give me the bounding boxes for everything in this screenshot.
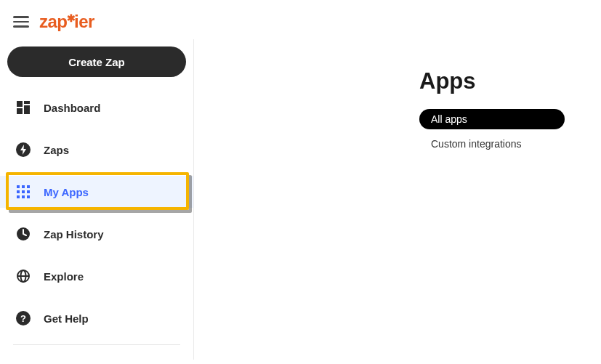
- sidebar-item-zaps[interactable]: Zaps: [0, 134, 193, 166]
- create-zap-button[interactable]: Create Zap: [7, 46, 186, 77]
- svg-rect-12: [22, 195, 25, 198]
- svg-rect-2: [24, 105, 30, 114]
- sidebar-item-label: Get Help: [44, 312, 89, 325]
- svg-rect-1: [24, 101, 30, 104]
- svg-rect-13: [27, 195, 30, 198]
- tutorial-highlight: [6, 172, 189, 210]
- sidebar-item-my-apps[interactable]: My Apps: [0, 176, 193, 208]
- svg-rect-7: [27, 185, 30, 188]
- svg-rect-10: [27, 190, 30, 193]
- globe-icon: [16, 269, 31, 283]
- svg-rect-6: [22, 185, 25, 188]
- apps-grid-icon: [16, 185, 31, 199]
- sidebar-item-label: My Apps: [44, 186, 89, 198]
- bolt-icon: [16, 142, 31, 157]
- help-icon: ?: [16, 311, 31, 325]
- svg-rect-8: [17, 190, 20, 193]
- svg-rect-0: [17, 101, 23, 107]
- menu-icon[interactable]: [13, 14, 29, 30]
- svg-text:?: ?: [20, 313, 26, 324]
- sidebar-separator: [13, 344, 180, 345]
- svg-rect-11: [17, 195, 20, 198]
- sidebar-item-get-help[interactable]: ? Get Help: [0, 302, 193, 334]
- sidebar-item-explore[interactable]: Explore: [0, 260, 193, 292]
- zapier-logo[interactable]: zap✱ier: [39, 13, 94, 31]
- filter-custom-integrations[interactable]: Custom integrations: [419, 129, 601, 150]
- page-title: Apps: [419, 68, 601, 94]
- sidebar-item-label: Dashboard: [44, 102, 100, 114]
- filter-all-apps[interactable]: All apps: [419, 109, 565, 129]
- svg-rect-9: [22, 190, 25, 193]
- sidebar-item-label: Zaps: [44, 144, 69, 156]
- svg-rect-5: [17, 185, 20, 188]
- sidebar-item-label: Zap History: [44, 228, 104, 240]
- clock-icon: [16, 227, 31, 241]
- main-content: Apps All apps Custom integrations: [194, 39, 601, 360]
- sidebar-item-zap-history[interactable]: Zap History: [0, 218, 193, 250]
- sidebar-item-label: Explore: [44, 270, 84, 283]
- sidebar: Create Zap Dashboard Zaps My Apps: [0, 39, 194, 360]
- header: zap✱ier: [0, 0, 601, 39]
- dashboard-icon: [16, 100, 31, 115]
- sidebar-item-dashboard[interactable]: Dashboard: [0, 92, 193, 124]
- sidebar-nav: Dashboard Zaps My Apps Zap History: [0, 90, 193, 345]
- svg-rect-3: [17, 108, 23, 114]
